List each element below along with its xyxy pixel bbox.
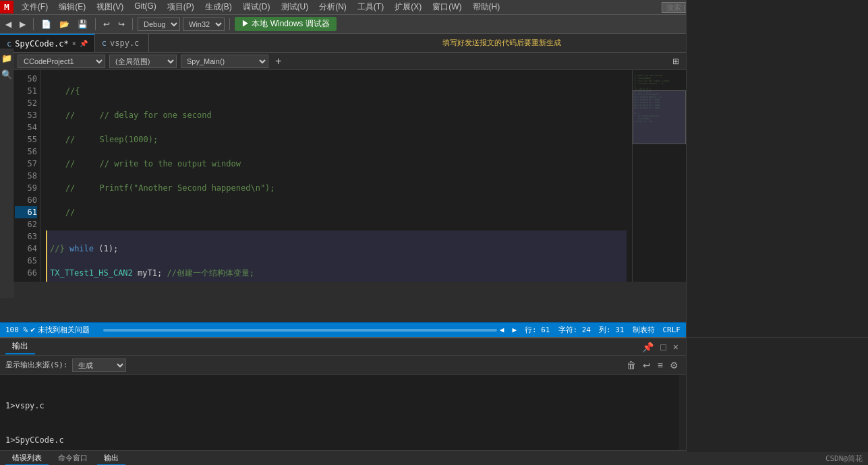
status-bar: 100 % ✔ 未找到相关问题 ◀ ▶ 行: 61 字符: 24 列: 31 制…	[0, 322, 686, 337]
status-scrollbar	[98, 329, 492, 332]
toolbar-undo[interactable]: ↩	[100, 18, 113, 30]
line-num-63: 63	[15, 230, 37, 243]
output-toolbar: 显示输出来源(S): 生成 🗑 ↩ ≡ ⚙	[0, 356, 686, 375]
output-filter[interactable]: ≡	[656, 360, 665, 371]
project-select[interactable]: CCodeProject1	[18, 55, 105, 68]
scroll-left-btn[interactable]: ◀	[500, 326, 504, 334]
output-maximize[interactable]: □	[658, 342, 668, 352]
menu-view[interactable]: 视图(V)	[91, 0, 129, 14]
bottom-tab-output[interactable]: 输出	[97, 452, 125, 465]
output-line-2: 1>SpyCCode.c	[5, 435, 674, 446]
menu-window[interactable]: 窗口(W)	[427, 0, 467, 14]
menu-file[interactable]: 文件(F)	[16, 0, 53, 14]
activity-explorer[interactable]: 📁	[0, 51, 13, 65]
output-line-1: 1>vspy.c	[5, 400, 674, 412]
status-char[interactable]: 字符: 24	[558, 325, 591, 335]
bottom-tab-bar: 错误列表 命令窗口 输出	[0, 450, 686, 465]
line-num-66: 66	[15, 267, 37, 279]
toolbar-back[interactable]: ◀	[3, 18, 14, 30]
output-pin[interactable]: 📌	[640, 342, 656, 352]
menu-tools[interactable]: 工具(T)	[352, 0, 389, 14]
activity-search[interactable]: 🔍	[0, 67, 13, 81]
line-num-60: 60	[15, 194, 37, 206]
editor-navigation-bar: CCodeProject1 (全局范围) Spy_Main() + ⊞	[13, 53, 686, 70]
tab-c-icon: c	[7, 39, 11, 49]
bottom-tab-command[interactable]: 命令窗口	[51, 452, 94, 464]
output-source-label: 显示输出来源(S):	[5, 360, 68, 370]
output-tab-output[interactable]: 输出	[5, 339, 35, 354]
scope-select[interactable]: (全局范围)	[109, 55, 177, 68]
menu-edit[interactable]: 编辑(E)	[53, 0, 91, 14]
status-right: ◀ ▶ 行: 61 字符: 24 列: 31 制表符 CRLF	[500, 325, 681, 335]
output-controls: 📌 □ ×	[640, 342, 681, 352]
minimap[interactable]: // delay for one second // Sleep(1000); …	[632, 70, 686, 282]
status-encoding[interactable]: CRLF	[663, 326, 681, 334]
bottom-tab-errors[interactable]: 错误列表	[5, 452, 49, 465]
status-tab[interactable]: 制表符	[633, 325, 655, 335]
line-num-51: 51	[15, 85, 37, 97]
status-check-icon: ✔	[30, 326, 35, 334]
menu-test[interactable]: 测试(U)	[276, 0, 314, 14]
activity-bar: 📁 🔍	[0, 49, 13, 298]
editor-area: CCodeProject1 (全局范围) Spy_Main() + ⊞ 50	[13, 53, 686, 282]
tab-notification: 填写好发送报文的代码后要重新生成	[436, 34, 568, 52]
csdn-watermark: CSDN@筒花	[686, 452, 868, 465]
output-header: 输出 📌 □ ×	[0, 338, 686, 356]
toolbar-new[interactable]: 📄	[38, 18, 54, 30]
output-content[interactable]: 1>vspy.c 1>SpyCCode.c 1>正在生成代码... 1>CCod…	[0, 375, 679, 450]
output-wrap[interactable]: ↩	[641, 360, 653, 371]
code-editor[interactable]: //{ // // delay for one second // Sleep(…	[40, 70, 632, 282]
menu-help[interactable]: 帮助(H)	[467, 0, 506, 14]
line-num-56: 56	[15, 146, 37, 158]
tab-spyccode[interactable]: c SpyCCode.c* × 📌	[0, 34, 95, 52]
platform-dropdown[interactable]: Win32	[183, 18, 225, 31]
line-num-64: 64	[15, 243, 37, 255]
right-panel-filler	[686, 0, 868, 465]
status-line[interactable]: 行: 61	[525, 325, 550, 335]
toolbar-save-all[interactable]: 💾	[75, 18, 90, 30]
line-num-65: 65	[15, 255, 37, 267]
menu-build[interactable]: 生成(B)	[200, 0, 237, 14]
line-num-62: 62	[15, 218, 37, 230]
toolbar-redo[interactable]: ↪	[115, 18, 127, 30]
line-num-50: 50	[15, 73, 37, 85]
toolbar-sep-1	[33, 18, 34, 30]
output-body: 1>vspy.c 1>SpyCCode.c 1>正在生成代码... 1>CCod…	[0, 375, 686, 450]
menu-analyze[interactable]: 分析(N)	[314, 0, 352, 14]
tab-spyccode-close[interactable]: ×	[72, 40, 76, 47]
line-num-61: 61	[15, 206, 37, 218]
line-numbers: 50 51 52 53 54 55 56 57 58 59 60 61 62 6…	[13, 70, 40, 282]
line-num-57: 57	[15, 158, 37, 170]
add-member-button[interactable]: +	[272, 55, 284, 67]
menu-debug[interactable]: 调试(D)	[237, 0, 276, 14]
menu-project[interactable]: 项目(P)	[162, 0, 200, 14]
line-num-59: 59	[15, 182, 37, 194]
editor-main: CCodeProject1 (全局范围) Spy_Main() + ⊞ 50	[13, 53, 686, 282]
code-container[interactable]: 50 51 52 53 54 55 56 57 58 59 60 61 62 6…	[13, 70, 686, 282]
output-scrollbar[interactable]	[679, 375, 686, 450]
run-button[interactable]: ▶ 本地 Windows 调试器	[235, 17, 337, 31]
scroll-right-btn[interactable]: ▶	[512, 326, 517, 334]
tab-vspy[interactable]: c vspy.c	[95, 34, 149, 52]
status-left: 100 % ✔ 未找到相关问题	[5, 325, 90, 335]
menu-extensions[interactable]: 扩展(X)	[389, 0, 427, 14]
status-issues[interactable]: 未找到相关问题	[38, 325, 90, 335]
output-source-select[interactable]: 生成	[72, 359, 126, 372]
menu-git[interactable]: Git(G)	[129, 0, 162, 14]
toolbar-sep-4	[229, 18, 230, 30]
function-select[interactable]: Spy_Main()	[181, 55, 268, 68]
output-settings[interactable]: ⚙	[668, 360, 681, 371]
tab-spyccode-label: SpyCCode.c*	[15, 39, 68, 49]
vs-logo: M	[0, 1, 13, 13]
expand-button[interactable]: ⊞	[670, 55, 682, 67]
output-clear[interactable]: 🗑	[625, 360, 638, 371]
debug-config-dropdown[interactable]: Debug	[138, 18, 180, 31]
tab-pin[interactable]: 📌	[80, 40, 88, 47]
status-col[interactable]: 列: 31	[599, 325, 625, 335]
output-close[interactable]: ×	[671, 342, 681, 352]
toolbar-forward[interactable]: ▶	[17, 18, 28, 30]
status-zoom[interactable]: 100 %	[5, 326, 28, 334]
line-num-54: 54	[15, 121, 37, 133]
toolbar-open[interactable]: 📂	[57, 18, 72, 30]
tab-c-icon-2: c	[102, 38, 107, 48]
